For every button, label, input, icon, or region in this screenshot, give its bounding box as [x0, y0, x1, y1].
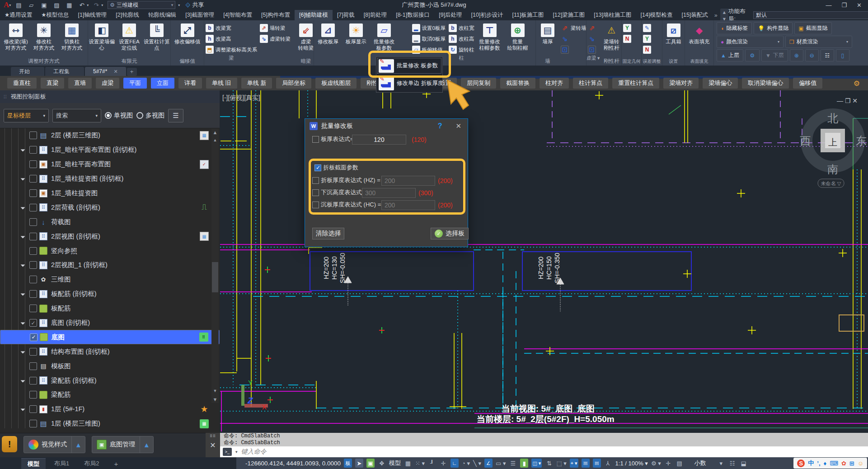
ribbon-button[interactable]: b改梁宽 [206, 23, 257, 33]
expander-icon[interactable] [21, 147, 25, 152]
tree-checkbox[interactable] [29, 175, 37, 183]
tree-checkbox[interactable] [29, 391, 37, 399]
ribbon-button[interactable]: N [643, 45, 661, 55]
ribbon-button[interactable]: ✎ [643, 23, 661, 33]
single-view-radio[interactable]: 单视图 [105, 112, 133, 120]
toolbar-button[interactable]: 梁墙对齐 [663, 78, 699, 89]
app-logo[interactable]: A [4, 0, 9, 9]
tree-checkbox[interactable] [29, 247, 37, 255]
toolbar-button[interactable]: 单线 新 [241, 78, 272, 89]
document-tab[interactable]: 工程集 [45, 67, 84, 76]
tab-close-icon[interactable]: ✕ [113, 69, 117, 75]
ribbon-tab[interactable]: [7]荷载 [333, 10, 359, 20]
toolbar-button[interactable]: 立面 [151, 78, 174, 89]
mic-icon[interactable]: ♦ [824, 460, 827, 467]
ribbon-button[interactable]: ▱板偏移值 [412, 45, 446, 55]
new-layout-tab-button[interactable]: + [108, 458, 124, 469]
ribbon-button[interactable]: Y [623, 23, 640, 33]
tree-checkbox[interactable] [29, 233, 37, 240]
expander-icon[interactable] [21, 205, 25, 209]
new-document-tab-button[interactable]: + [127, 68, 137, 76]
ribbon-button[interactable]: Y [643, 34, 661, 44]
tree-item[interactable]: 结构布置图 (剖切框) [0, 344, 220, 359]
close-button[interactable]: ✕ [857, 2, 862, 9]
ribbon-tab[interactable]: [2]轮廓线 [111, 10, 143, 20]
compass-icon[interactable]: ⌖ ▾ [570, 459, 578, 468]
tree-checkbox[interactable] [29, 305, 37, 312]
toolbar-button[interactable]: 局部坐标 [276, 78, 311, 89]
ribbon-button[interactable]: ⤢修改偏移值 [174, 23, 202, 45]
toolbar-button[interactable]: 直梁 [41, 78, 64, 89]
model-space-label[interactable]: 模型 [389, 459, 401, 468]
workspace-select[interactable]: ⚙三维建模▾ [108, 1, 175, 9]
tree-checkbox[interactable] [29, 276, 37, 283]
toolbar-button[interactable]: 梁墙偏心 [703, 78, 738, 89]
precision-select[interactable]: 小数 [687, 459, 714, 468]
line-icon[interactable]: ╲ ▾ [473, 459, 481, 468]
multi-view-radio[interactable]: 多视图 [136, 112, 164, 120]
ribbon-button[interactable]: ☀板厚显示 [342, 23, 370, 45]
ribbon-button[interactable]: ⬒调整梁板标高关系 [206, 45, 257, 55]
tree-item[interactable]: 2层荷载 (剖切框) ⎍ [0, 200, 220, 215]
sink-height-checkbox[interactable] [312, 189, 319, 196]
ribbon-tab[interactable]: [13]墙柱施工图 [589, 10, 636, 20]
basemap-manage-button[interactable]: ▣底图管理 ▲ [92, 436, 154, 453]
basemap-expand-icon[interactable]: ▲ [140, 436, 153, 453]
axis-icon[interactable]: ✥ [378, 459, 386, 468]
cube-icon[interactable]: ◫ ▾ [531, 459, 542, 468]
crosshair-icon[interactable]: ✛ [664, 459, 672, 468]
clear-selection-button[interactable]: 清除选择 [312, 228, 344, 239]
menu-item-batch-modify[interactable]: 批量修改 板参数 [376, 57, 442, 75]
tree-item[interactable]: 底图 (剖切框) [0, 316, 220, 330]
punctuation-icon[interactable]: ’, [817, 460, 820, 467]
command-input[interactable]: >_▾ 键入命令 [220, 446, 868, 457]
dashed-rect-icon[interactable]: ⬚ ▾ [556, 459, 566, 468]
toolbar-button[interactable]: 平面 [123, 78, 147, 89]
workspace-more-icon[interactable]: ▾ [178, 3, 180, 7]
tree-checkbox[interactable] [29, 405, 37, 413]
tree-checkbox[interactable] [29, 261, 37, 269]
function-layout-select[interactable]: 默认▾ [753, 11, 868, 19]
visual-style-expand-icon[interactable]: ▲ [71, 436, 85, 453]
ribbon-button[interactable]: ⊕批量绘制柱帽 [504, 23, 532, 51]
layer-settings-button[interactable]: ⚙ [745, 49, 760, 61]
move-icon[interactable]: ⇅ [545, 459, 553, 468]
ribbon-tab[interactable]: ★模型信息 [37, 10, 73, 20]
lines-icon[interactable]: ☰ [509, 459, 517, 468]
person2-icon[interactable]: 𝍄 [593, 459, 601, 468]
ribbon-button[interactable]: ⚠设置FEA定位线 [116, 23, 143, 51]
drag-dots-icon[interactable]: ⠿⠿ [210, 434, 216, 438]
ribbon-button[interactable]: b改柱宽 [449, 23, 474, 33]
ribbon-tab[interactable]: [6]辅助建模 [295, 10, 333, 20]
tree-checkbox[interactable] [30, 333, 38, 341]
render-mode-button[interactable]: ●颜色渲染▾ [717, 36, 784, 48]
save-as-icon[interactable]: ▨ [52, 1, 61, 9]
expander-icon[interactable] [21, 320, 25, 325]
panel-title-bar[interactable]: ⁞⁞视图控制面板 [0, 90, 220, 103]
visual-style-button[interactable]: 视觉样式 ▲ [23, 436, 85, 453]
ribbon-button[interactable]: ╚设置柱计算点 [143, 23, 170, 51]
select-slab-button[interactable]: ✓选择板 [431, 228, 469, 239]
slab-mode-icon[interactable]: 板 [344, 459, 352, 468]
tree-item[interactable]: 三维图 [0, 272, 220, 287]
display-icon[interactable]: ▣ [366, 459, 375, 468]
toolbar-button[interactable]: 取消梁墙偏心 [742, 78, 789, 89]
new-file-icon[interactable]: ▤ [14, 1, 23, 9]
tree-checkbox[interactable] [29, 160, 37, 168]
render-mode-button[interactable]: ❒材质渲染▾ [785, 36, 852, 48]
undo-icon[interactable]: ↶ [77, 1, 87, 9]
toolbar-button[interactable]: 柱对齐 [540, 78, 569, 89]
chinese-mode-icon[interactable]: 中 [808, 459, 814, 467]
toolbar-button[interactable]: 重置柱计算点 [612, 78, 659, 89]
tree-checkbox[interactable] [29, 348, 37, 356]
ribbon-button[interactable]: ⇿修改梁(墙)对齐方式 [2, 23, 30, 51]
tree-checkbox[interactable] [29, 146, 37, 154]
tree-checkbox[interactable] [29, 290, 37, 298]
expander-icon[interactable] [21, 176, 25, 181]
toolbar-button[interactable]: 垂直柱 [7, 78, 37, 89]
toolbar-button[interactable]: 虚梁 [96, 78, 119, 89]
redo-icon[interactable]: ↷ [91, 1, 101, 9]
ribbon-tab[interactable]: [5]构件布置 [257, 10, 295, 20]
add-snap-icon[interactable]: ✛ [439, 459, 447, 468]
tree-item[interactable]: 梁配筋 [0, 388, 220, 402]
